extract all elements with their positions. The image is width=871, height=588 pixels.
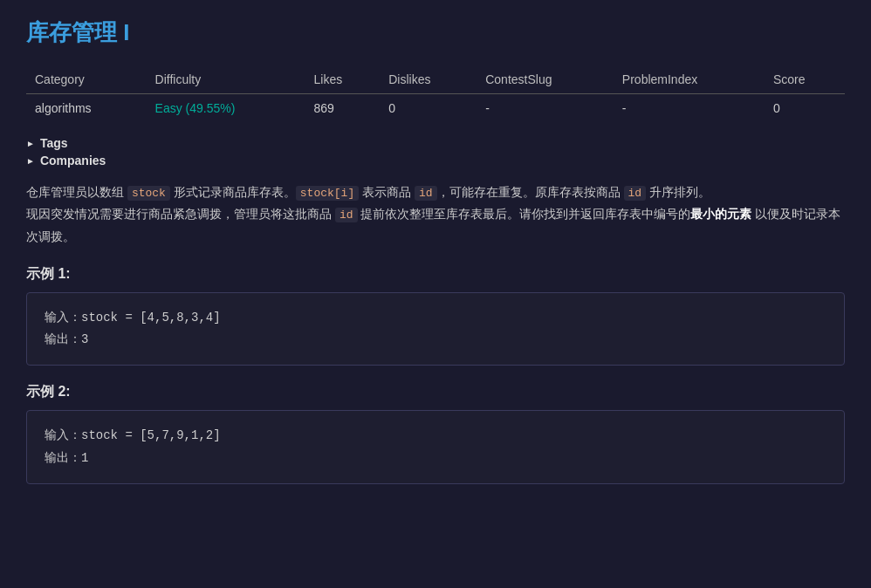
example-1-input-label: 输入：: [45, 311, 81, 325]
stock-i-code: stock[i]: [296, 186, 359, 201]
td-likes: 869: [305, 94, 381, 123]
desc-text-2: 形式记录商品库存表。: [170, 185, 296, 199]
table-header-row: Category Difficulty Likes Dislikes Conte…: [26, 65, 845, 94]
th-score: Score: [765, 65, 845, 94]
companies-label: Companies: [40, 154, 106, 168]
table-row: algorithms Easy (49.55%) 869 0 - - 0: [26, 94, 845, 123]
td-score: 0: [765, 94, 845, 123]
description-section: 仓库管理员以数组 stock 形式记录商品库存表。stock[i] 表示商品 i…: [26, 181, 845, 248]
companies-arrow-icon: ►: [26, 156, 35, 166]
example-2-section: 示例 2: 输入：stock = [5,7,9,1,2] 输出：1: [26, 383, 845, 483]
desc-text-3: 表示商品: [359, 185, 415, 199]
page-title: 库存管理 I: [26, 17, 845, 48]
desc-text-1: 仓库管理员以数组: [26, 185, 127, 199]
id-code-3: id: [335, 208, 358, 222]
desc-text-6: 现因突发情况需要进行商品紧急调拨，管理员将这批商品: [26, 207, 335, 221]
td-problemindex: -: [614, 94, 765, 123]
table-section: Category Difficulty Likes Dislikes Conte…: [26, 65, 845, 122]
example-1-box: 输入：stock = [4,5,8,3,4] 输出：3: [26, 292, 845, 366]
stock-code-1: stock: [127, 186, 170, 201]
th-difficulty: Difficulty: [147, 65, 305, 94]
th-problemindex: ProblemIndex: [614, 65, 765, 94]
example-1-output-line: 输出：3: [45, 329, 826, 351]
desc-text-7: 提前依次整理至库存表最后。请你找到并返回库存表中编号的: [358, 207, 691, 221]
td-difficulty: Easy (49.55%): [147, 94, 305, 123]
desc-text-5: 升序排列。: [646, 185, 710, 199]
th-likes: Likes: [305, 65, 381, 94]
th-category: Category: [26, 65, 147, 94]
difficulty-value: Easy (49.55%): [155, 101, 236, 115]
id-code-2: id: [624, 186, 647, 201]
td-contestslug: -: [477, 94, 614, 123]
example-2-output-label: 输出：: [45, 451, 81, 465]
bold-min-element: 最小的元素: [690, 207, 751, 221]
example-1-section: 示例 1: 输入：stock = [4,5,8,3,4] 输出：3: [26, 265, 845, 366]
tags-collapsible[interactable]: ► Tags: [26, 136, 845, 150]
example-2-box: 输入：stock = [5,7,9,1,2] 输出：1: [26, 410, 845, 483]
example-1-title: 示例 1:: [26, 265, 845, 284]
description-line1: 仓库管理员以数组 stock 形式记录商品库存表。stock[i] 表示商品 i…: [26, 181, 845, 203]
description-line2: 现因突发情况需要进行商品紧急调拨，管理员将这批商品 id 提前依次整理至库存表最…: [26, 203, 845, 248]
th-dislikes: Dislikes: [380, 65, 477, 94]
example-2-input-line: 输入：stock = [5,7,9,1,2]: [45, 425, 826, 447]
example-1-output-value: 3: [81, 332, 88, 346]
example-2-input-code: stock = [5,7,9,1,2]: [81, 428, 221, 442]
desc-text-4: ，可能存在重复。原库存表按商品: [437, 185, 624, 199]
th-contestslug: ContestSlug: [477, 65, 614, 94]
example-1-input-line: 输入：stock = [4,5,8,3,4]: [45, 307, 826, 329]
info-table: Category Difficulty Likes Dislikes Conte…: [26, 65, 845, 122]
example-2-input-label: 输入：: [45, 428, 81, 442]
page-container: 库存管理 I Category Difficulty Likes Dislike…: [0, 0, 871, 519]
example-2-title: 示例 2:: [26, 383, 845, 401]
id-code-1: id: [415, 186, 437, 201]
companies-collapsible[interactable]: ► Companies: [26, 154, 845, 168]
example-1-output-label: 输出：: [45, 332, 81, 346]
td-category: algorithms: [26, 94, 147, 123]
example-1-input-code: stock = [4,5,8,3,4]: [81, 311, 221, 325]
tags-arrow-icon: ►: [26, 139, 35, 148]
td-dislikes: 0: [380, 94, 477, 123]
tags-label: Tags: [40, 136, 68, 150]
example-2-output-value: 1: [81, 451, 88, 465]
example-2-output-line: 输出：1: [45, 448, 826, 469]
